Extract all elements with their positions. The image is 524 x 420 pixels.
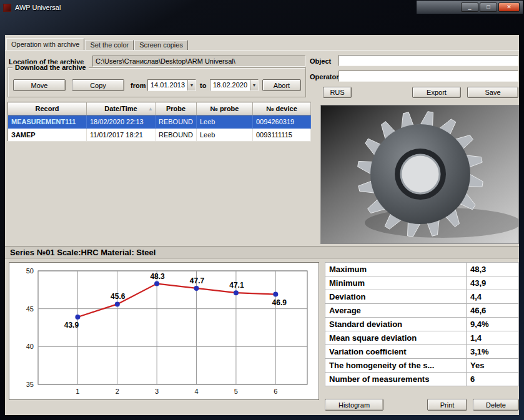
svg-text:5: 5: [234, 388, 238, 395]
stat-label: Mean square deviation: [325, 331, 467, 345]
records-table: Record Date/Time▲ Probe № probe № device…: [7, 102, 311, 142]
window-title: AWP Universal: [15, 4, 61, 11]
svg-text:35: 35: [26, 381, 34, 388]
abort-button[interactable]: Abort: [262, 79, 301, 91]
app-icon: [3, 4, 11, 12]
svg-text:40: 40: [26, 343, 34, 350]
svg-text:6: 6: [274, 388, 277, 395]
stat-label: The homogeneity of the s...: [325, 359, 467, 373]
stat-row: Mean square deviation1,4: [325, 331, 519, 345]
column-probe-no[interactable]: № probe: [197, 102, 253, 115]
series-header-text: Series №01 Scale:HRC Material: Steel: [5, 248, 156, 257]
copy-button[interactable]: Copy: [72, 79, 124, 91]
cutter-image: [321, 105, 518, 243]
svg-text:50: 50: [26, 267, 34, 275]
cell-probe[interactable]: REBOUND: [156, 115, 197, 129]
stat-row: Minimum43,9: [325, 276, 519, 290]
stat-label: Standard deviation: [325, 318, 467, 331]
cell-probe-no[interactable]: Leeb: [197, 129, 253, 142]
save-button[interactable]: Save: [467, 87, 518, 98]
date-from-picker[interactable]: 14.01.2013 ▼: [147, 79, 196, 91]
cell-device-no[interactable]: 0094260319: [253, 115, 311, 129]
stat-label: Deviation: [325, 290, 467, 304]
chevron-down-icon[interactable]: ▼: [250, 80, 258, 90]
column-record[interactable]: Record: [8, 102, 87, 115]
sort-icon: ▲: [148, 106, 153, 112]
stat-row: The homogeneity of the s...Yes: [325, 359, 519, 373]
to-label: to: [200, 82, 206, 89]
stat-value: 1,4: [467, 331, 519, 345]
stat-value: 6: [467, 373, 519, 386]
svg-text:45.6: 45.6: [111, 292, 126, 301]
delete-button[interactable]: Delete: [473, 399, 519, 411]
svg-text:45: 45: [26, 305, 34, 313]
operator-input[interactable]: [339, 71, 518, 82]
cell-record[interactable]: ЗАМЕР: [8, 129, 87, 142]
cell-datetime[interactable]: 11/01/2017 18:21: [87, 129, 156, 142]
histogram-button[interactable]: Histogram: [325, 399, 383, 411]
date-to-picker[interactable]: 18.02.2020 ▼: [210, 79, 259, 91]
window-controls: _ □ ✕: [461, 2, 520, 12]
svg-text:48.3: 48.3: [150, 272, 165, 281]
tab-bar: Operation with archive Set the color Scr…: [6, 38, 189, 50]
minimize-button[interactable]: _: [461, 2, 478, 12]
titlebar[interactable]: AWP Universal _ □ ✕: [1, 1, 523, 14]
date-from-value: 14.01.2013: [148, 80, 187, 90]
maximize-button[interactable]: □: [480, 2, 497, 12]
date-to-value: 18.02.2020: [210, 80, 250, 90]
svg-text:3: 3: [155, 388, 159, 395]
stat-row: Variation coefficient3,1%: [325, 345, 519, 359]
stat-value: Yes: [467, 359, 519, 373]
record-row-selected[interactable]: MEASUREMENT111 18/02/2020 22:13 REBOUND …: [8, 115, 311, 129]
operator-label: Operator: [310, 73, 339, 81]
move-button[interactable]: Move: [13, 79, 66, 91]
stat-label: Maximum: [325, 263, 467, 276]
stat-row: Maximum48,3: [325, 263, 519, 276]
stat-row: Number of measurements6: [325, 373, 519, 386]
app-window: AWP Universal _ □ ✕ Operation with archi…: [0, 0, 524, 420]
stat-label: Number of measurements: [325, 373, 467, 386]
svg-text:47.7: 47.7: [190, 276, 205, 285]
tab-operation-with-archive[interactable]: Operation with archive: [6, 38, 84, 50]
stat-value: 43,9: [467, 276, 519, 290]
statistics-table: Maximum48,3 Minimum43,9 Deviation4,4 Ave…: [325, 262, 519, 386]
svg-text:2: 2: [116, 388, 119, 395]
hardness-chart-panel: 3540455012345643.945.648.347.747.146.9: [9, 262, 319, 400]
records-header-row: Record Date/Time▲ Probe № probe № device: [8, 102, 311, 115]
measurement-line-chart: 3540455012345643.945.648.347.747.146.9: [9, 263, 319, 399]
column-probe[interactable]: Probe: [156, 102, 197, 115]
milling-cutter-photo: [320, 105, 519, 244]
column-datetime-label: Date/Time: [104, 105, 137, 112]
print-button[interactable]: Print: [427, 399, 467, 411]
tab-set-the-color[interactable]: Set the color: [85, 40, 134, 50]
stat-row: Deviation4,4: [325, 290, 519, 304]
rus-language-button[interactable]: RUS: [323, 87, 352, 98]
export-button[interactable]: Export: [412, 87, 461, 98]
svg-text:4: 4: [194, 388, 198, 395]
object-label: Object: [310, 57, 331, 65]
column-datetime[interactable]: Date/Time▲: [87, 102, 156, 115]
tab-screen-copies[interactable]: Screen copies: [134, 40, 188, 50]
stat-row: Average46,6: [325, 304, 519, 318]
cell-device-no[interactable]: 0093111115: [253, 129, 311, 142]
archive-location-input[interactable]: C:\Users\Станислав\Desktop\ARM Universal…: [92, 56, 305, 67]
column-device-no[interactable]: № device: [253, 102, 311, 115]
cell-record[interactable]: MEASUREMENT111: [8, 115, 87, 129]
stat-value: 46,6: [467, 304, 519, 318]
main-content: Operation with archive Set the color Scr…: [5, 35, 519, 415]
svg-text:46.9: 46.9: [272, 298, 287, 307]
chevron-down-icon[interactable]: ▼: [187, 80, 195, 90]
record-row[interactable]: ЗАМЕР 11/01/2017 18:21 REBOUND Leeb 0093…: [8, 129, 311, 142]
object-input[interactable]: [339, 55, 518, 66]
stat-value: 3,1%: [467, 345, 519, 359]
stat-label: Average: [325, 304, 467, 318]
from-label: from: [131, 82, 146, 89]
close-button[interactable]: ✕: [498, 2, 520, 12]
cell-probe[interactable]: REBOUND: [156, 129, 197, 142]
cell-probe-no[interactable]: Leeb: [197, 115, 253, 129]
svg-text:47.1: 47.1: [229, 281, 244, 290]
stat-label: Minimum: [325, 276, 467, 290]
svg-text:1: 1: [76, 388, 79, 395]
stat-label: Variation coefficient: [325, 345, 467, 359]
cell-datetime[interactable]: 18/02/2020 22:13: [87, 115, 156, 129]
